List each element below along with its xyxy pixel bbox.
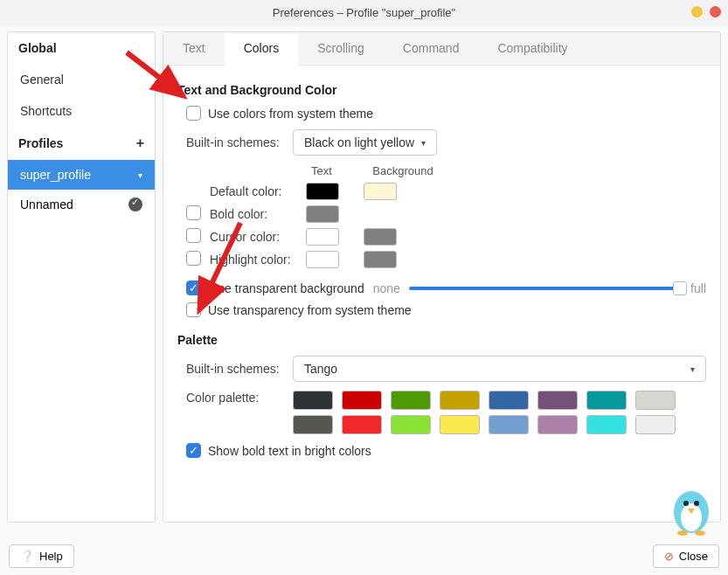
palette-color-0-6[interactable] — [586, 391, 627, 410]
bold-text-color[interactable] — [306, 205, 339, 223]
palette-scheme-label: Built-in schemes: — [186, 362, 282, 376]
cursor-color-checkbox[interactable] — [186, 228, 201, 243]
palette-label: Color palette: — [186, 391, 282, 405]
palette-color-1-6[interactable] — [586, 415, 627, 434]
tab-bar: Text Colors Scrolling Command Compatibil… — [163, 32, 720, 66]
transparency-slider[interactable] — [409, 287, 682, 290]
window-title: Preferences – Profile "super_profile" — [273, 6, 455, 19]
default-profile-icon — [128, 197, 142, 211]
chevron-down-icon: ▾ — [421, 138, 426, 148]
use-system-checkbox[interactable] — [186, 106, 201, 121]
cursor-color-label: Cursor color: — [210, 230, 297, 244]
slider-thumb[interactable] — [673, 281, 687, 295]
palette-color-1-0[interactable] — [293, 415, 333, 434]
scheme-select[interactable]: Black on light yellow ▾ — [293, 129, 437, 156]
help-button[interactable]: ❔ Help — [9, 544, 74, 568]
show-bold-bright-label: Show bold text in bright colors — [208, 444, 371, 458]
tab-command[interactable]: Command — [384, 32, 479, 65]
scheme-value: Black on light yellow — [304, 135, 414, 149]
tab-text[interactable]: Text — [163, 32, 225, 65]
titlebar: Preferences – Profile "super_profile" — [0, 0, 728, 26]
sidebar-head-global: Global — [8, 32, 155, 64]
svg-point-2 — [683, 501, 689, 506]
svg-point-4 — [677, 530, 688, 536]
footer: ❔ Help ⊘ Close — [0, 537, 728, 575]
close-window-button[interactable] — [710, 6, 721, 17]
palette-scheme-value: Tango — [304, 362, 337, 376]
palette-color-1-1[interactable] — [342, 415, 382, 434]
tab-colors[interactable]: Colors — [225, 32, 298, 66]
sidebar-head-profiles: Profiles + — [8, 127, 155, 160]
palette-color-0-5[interactable] — [537, 391, 578, 410]
close-button[interactable]: ⊘ Close — [653, 544, 719, 568]
profiles-label: Profiles — [18, 136, 63, 150]
minimize-button[interactable] — [691, 6, 703, 17]
sidebar-profile-unnamed[interactable]: Unnamed — [8, 190, 155, 219]
sidebar: Global General Shortcuts Profiles + supe… — [7, 31, 156, 523]
tab-scrolling[interactable]: Scrolling — [298, 32, 384, 65]
palette-scheme-select[interactable]: Tango ▾ — [293, 356, 706, 382]
cursor-bg-color[interactable] — [364, 228, 397, 246]
highlight-color-checkbox[interactable] — [186, 251, 201, 266]
palette-color-1-5[interactable] — [537, 415, 578, 434]
close-icon: ⊘ — [664, 550, 674, 563]
section-palette: Palette — [177, 333, 706, 347]
palette-color-1-4[interactable] — [489, 415, 529, 434]
palette-color-1-3[interactable] — [440, 415, 480, 434]
penguin-mascot-icon — [663, 481, 719, 537]
palette-color-1-2[interactable] — [391, 415, 431, 434]
palette-color-0-2[interactable] — [391, 391, 431, 410]
palette-color-0-1[interactable] — [342, 391, 382, 410]
profile-name: Unnamed — [20, 197, 73, 211]
profile-name: super_profile — [20, 168, 91, 182]
tab-compatibility[interactable]: Compatibility — [478, 32, 586, 65]
sidebar-profile-super[interactable]: super_profile ▾ — [8, 160, 155, 190]
palette-color-0-7[interactable] — [635, 391, 676, 410]
show-bold-bright-checkbox[interactable] — [186, 443, 201, 458]
chevron-down-icon: ▾ — [690, 364, 695, 374]
color-columns-header: Text Background — [300, 164, 706, 177]
svg-point-1 — [681, 503, 702, 531]
palette-color-0-3[interactable] — [440, 391, 480, 410]
help-label: Help — [39, 550, 63, 563]
highlight-bg-color[interactable] — [364, 251, 397, 268]
col-bg-label: Background — [368, 164, 438, 177]
profile-menu-icon[interactable]: ▾ — [138, 170, 142, 180]
use-transparent-system-checkbox[interactable] — [186, 302, 201, 317]
use-system-label: Use colors from system theme — [208, 107, 373, 121]
scheme-label: Built-in schemes: — [186, 135, 282, 149]
transparent-none-label: none — [373, 281, 400, 295]
palette-grid — [293, 391, 676, 434]
bold-color-label: Bold color: — [210, 207, 297, 221]
palette-color-1-7[interactable] — [635, 415, 676, 434]
highlight-text-color[interactable] — [306, 251, 339, 268]
sidebar-item-shortcuts[interactable]: Shortcuts — [8, 95, 155, 127]
palette-color-0-0[interactable] — [293, 391, 333, 410]
add-profile-button[interactable]: + — [136, 135, 144, 151]
bold-color-checkbox[interactable] — [186, 205, 201, 220]
cursor-text-color[interactable] — [306, 228, 339, 246]
colors-content: Text and Background Color Use colors fro… — [163, 66, 720, 522]
sidebar-item-general[interactable]: General — [8, 64, 155, 95]
highlight-color-label: Highlight color: — [210, 253, 297, 267]
window-controls — [691, 6, 721, 17]
palette-color-0-4[interactable] — [489, 391, 529, 410]
default-text-color[interactable] — [306, 183, 339, 200]
use-transparent-checkbox[interactable] — [186, 281, 201, 295]
use-transparent-label: Use transparent background — [210, 281, 364, 295]
default-bg-color[interactable] — [364, 183, 397, 200]
svg-point-3 — [694, 501, 699, 506]
default-color-label: Default color: — [210, 184, 297, 198]
main-panel: Text Colors Scrolling Command Compatibil… — [163, 31, 721, 523]
close-label: Close — [679, 550, 708, 563]
transparent-full-label: full — [690, 281, 706, 295]
use-transparent-system-label: Use transparency from system theme — [208, 303, 412, 317]
section-text-bg: Text and Background Color — [177, 83, 706, 97]
svg-point-5 — [695, 530, 705, 536]
help-icon: ❔ — [20, 550, 34, 563]
col-text-label: Text — [300, 164, 343, 177]
